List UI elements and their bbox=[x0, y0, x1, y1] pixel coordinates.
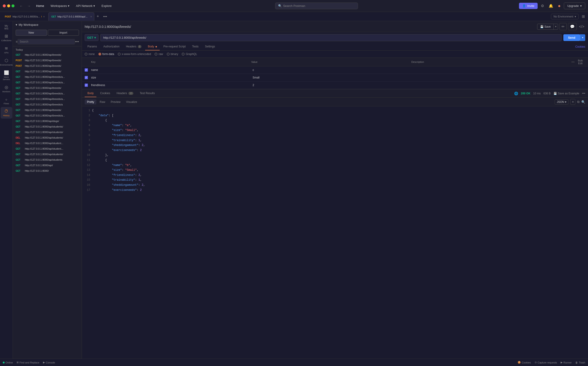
body-option-none[interactable]: none bbox=[85, 53, 95, 56]
param-value-name[interactable]: c bbox=[251, 68, 411, 72]
response-search-button[interactable]: 🔍 bbox=[581, 100, 585, 104]
headers-tab[interactable]: Headers 8 bbox=[123, 43, 144, 50]
row-checkbox-friendliness[interactable] bbox=[85, 84, 88, 87]
home-nav-item[interactable]: Home bbox=[34, 3, 46, 9]
filter-icon-button[interactable]: ≡ bbox=[570, 99, 575, 105]
response-more-button[interactable]: ••• bbox=[582, 92, 585, 95]
list-item[interactable]: GET http://127.0.0.1:8000/api/breeds/ bbox=[13, 85, 82, 91]
code-button[interactable]: </> bbox=[578, 24, 585, 30]
list-item[interactable]: GET http://127.0.0.1:8000/api/students/ bbox=[13, 129, 82, 135]
avatar-button[interactable]: ● bbox=[557, 2, 562, 10]
close-button[interactable] bbox=[3, 4, 6, 7]
format-raw-tab[interactable]: Raw bbox=[97, 99, 107, 105]
list-item[interactable]: GET http://127.0.0.1:8000/api/breeds/a..… bbox=[13, 80, 82, 85]
sidebar-item-history[interactable]: ⏱ History bbox=[1, 107, 12, 119]
new-button[interactable]: New bbox=[16, 30, 47, 36]
find-replace-button[interactable]: ⊞ Find and Replace bbox=[16, 361, 39, 364]
list-item[interactable]: GET http://127.0.0.1:8000/api/dogs/ bbox=[13, 118, 82, 124]
save-dropdown-button[interactable]: ▾ bbox=[553, 24, 558, 30]
tab-close-button[interactable]: ✕ bbox=[43, 15, 45, 18]
filter-button[interactable]: ≡ bbox=[16, 40, 17, 44]
body-option-urlencoded[interactable]: x-www-form-urlencoded bbox=[118, 53, 151, 56]
list-item[interactable]: GET http://127.0.0.1:8000/api/student... bbox=[13, 146, 82, 152]
body-option-binary[interactable]: binary bbox=[167, 53, 178, 56]
response-body-tab[interactable]: Body bbox=[85, 90, 97, 97]
row-checkbox-size[interactable] bbox=[85, 76, 88, 79]
list-item[interactable]: GET http://127.0.0.1:8000/api/breeds/ bbox=[13, 69, 82, 74]
param-key-friendliness[interactable]: friendliness bbox=[90, 83, 249, 87]
pre-request-tab[interactable]: Pre-request Script bbox=[161, 43, 188, 50]
url-input[interactable] bbox=[100, 34, 562, 41]
tests-tab[interactable]: Tests bbox=[189, 43, 201, 50]
import-button[interactable]: Import bbox=[48, 30, 79, 36]
nav-forward-button[interactable]: → bbox=[26, 3, 32, 9]
panel-search-input[interactable] bbox=[17, 39, 75, 45]
json-type-selector[interactable]: JSON ▾ bbox=[555, 99, 568, 105]
list-item[interactable]: GET http://127.0.0.1:8000/ bbox=[13, 168, 82, 174]
tab-get[interactable]: GET http://127.0.0.1:8000/api/... ✕ bbox=[48, 12, 94, 21]
params-tab[interactable]: Params bbox=[85, 43, 100, 50]
workspace-header[interactable]: ▾ My Workspace bbox=[13, 21, 82, 28]
list-item[interactable]: DEL http://127.0.0.1:8000/api/student... bbox=[13, 140, 82, 146]
format-visualize-tab[interactable]: Visualize bbox=[124, 99, 139, 105]
send-button[interactable]: Send bbox=[563, 34, 580, 41]
list-item[interactable]: DEL http://127.0.0.1:8000/api/students/ bbox=[13, 135, 82, 140]
param-key-name[interactable]: name bbox=[90, 68, 249, 72]
explore-nav-item[interactable]: Explore bbox=[99, 3, 114, 9]
sidebar-item-apis[interactable]: ≋ APIs bbox=[1, 44, 12, 56]
sidebar-item-monitors[interactable]: ◎ Monitors bbox=[1, 83, 12, 95]
tab-post[interactable]: POST http://127.0.0.1:8000/a... ✕ bbox=[2, 12, 48, 21]
tab-close-button[interactable]: ✕ bbox=[90, 15, 92, 18]
list-item[interactable]: GET http://127.0.0.1:8000/api/students bbox=[13, 157, 82, 162]
list-item[interactable]: GET http://127.0.0.1:8000/api/breeds/a..… bbox=[13, 91, 82, 96]
tab-overflow-button[interactable]: ••• bbox=[101, 14, 109, 20]
body-option-raw[interactable]: raw bbox=[155, 53, 163, 56]
method-selector[interactable]: GET ▾ bbox=[85, 34, 98, 41]
settings-tab[interactable]: Settings bbox=[202, 43, 218, 50]
save-example-button[interactable]: 💾 Save as Example bbox=[553, 92, 579, 95]
add-tab-button[interactable]: + bbox=[95, 13, 101, 20]
param-value-size[interactable]: Small bbox=[251, 75, 411, 80]
sidebar-item-flows[interactable]: ⬦ Flows bbox=[1, 95, 12, 107]
environment-quick-look-button[interactable]: ⊞ bbox=[581, 13, 586, 20]
sidebar-item-collections[interactable]: ⊞ Collections bbox=[1, 32, 12, 44]
list-item[interactable]: GET http://127.0.0.1:8000/api/breeds/a..… bbox=[13, 96, 82, 102]
format-preview-tab[interactable]: Preview bbox=[108, 99, 123, 105]
body-tab[interactable]: Body bbox=[145, 43, 160, 50]
trash-button[interactable]: 🗑 Trash bbox=[575, 361, 585, 364]
cookies-link[interactable]: Cookies bbox=[575, 45, 585, 48]
notifications-button[interactable]: 🔔 bbox=[547, 2, 555, 9]
environment-selector[interactable]: No Environment ▾ bbox=[551, 14, 579, 19]
workspaces-nav-item[interactable]: Workspaces ▾ bbox=[48, 3, 72, 9]
copy-button[interactable]: ⧉ bbox=[577, 100, 580, 104]
sidebar-item-mock-servers[interactable]: ⬜ Mock Servers bbox=[1, 68, 12, 82]
comment-button[interactable]: 💬 bbox=[568, 23, 577, 30]
console-button[interactable]: ▶ Console bbox=[43, 361, 55, 364]
param-value-friendliness[interactable]: 2 bbox=[251, 83, 411, 87]
list-item[interactable]: GET http://127.0.0.1:8000/api/students/ bbox=[13, 152, 82, 157]
capture-requests-button[interactable]: ⊙ Capture requests bbox=[535, 361, 557, 364]
panel-more-button[interactable]: ••• bbox=[75, 40, 79, 44]
api-network-nav-item[interactable]: API Network ▾ bbox=[74, 3, 97, 9]
runner-button[interactable]: ▶ Runner bbox=[561, 361, 572, 364]
list-item[interactable]: GET http://127.0.0.1:8000/api/breeds/a..… bbox=[13, 113, 82, 118]
bulk-edit-button[interactable]: Bulk Edit bbox=[576, 59, 585, 65]
nav-back-button[interactable]: ← bbox=[18, 3, 24, 9]
search-bar[interactable]: 🔍 Search Postman bbox=[275, 2, 358, 9]
param-key-size[interactable]: size bbox=[90, 75, 249, 80]
send-dropdown-button[interactable]: ▾ bbox=[580, 34, 585, 41]
list-item[interactable]: POST http://127.0.0.1:8000/api/breeds/ bbox=[13, 58, 82, 63]
response-test-results-tab[interactable]: Test Results bbox=[137, 90, 158, 97]
sidebar-item-environments[interactable]: ⬡ Environments bbox=[1, 56, 12, 68]
workspace-avatar[interactable]: MyWS bbox=[1, 23, 12, 31]
row-checkbox-name[interactable] bbox=[85, 68, 88, 72]
list-item[interactable]: GET http://127.0.0.1:8000/api/breeds/ bbox=[13, 107, 82, 113]
invite-button[interactable]: 👤 Invite bbox=[519, 3, 538, 9]
list-item[interactable]: GET http://127.0.0.1:8000/api/breeds/ bbox=[13, 52, 82, 58]
edit-button[interactable]: ✏ bbox=[559, 23, 567, 30]
maximize-button[interactable] bbox=[12, 4, 15, 7]
body-option-graphql[interactable]: GraphQL bbox=[182, 53, 197, 56]
save-button[interactable]: 💾 Save bbox=[537, 24, 553, 30]
list-item[interactable]: GET http://127.0.0.1:8000/api/breeds/a..… bbox=[13, 74, 82, 80]
cookies-bottom-button[interactable]: 🍪 Cookies bbox=[518, 361, 531, 364]
